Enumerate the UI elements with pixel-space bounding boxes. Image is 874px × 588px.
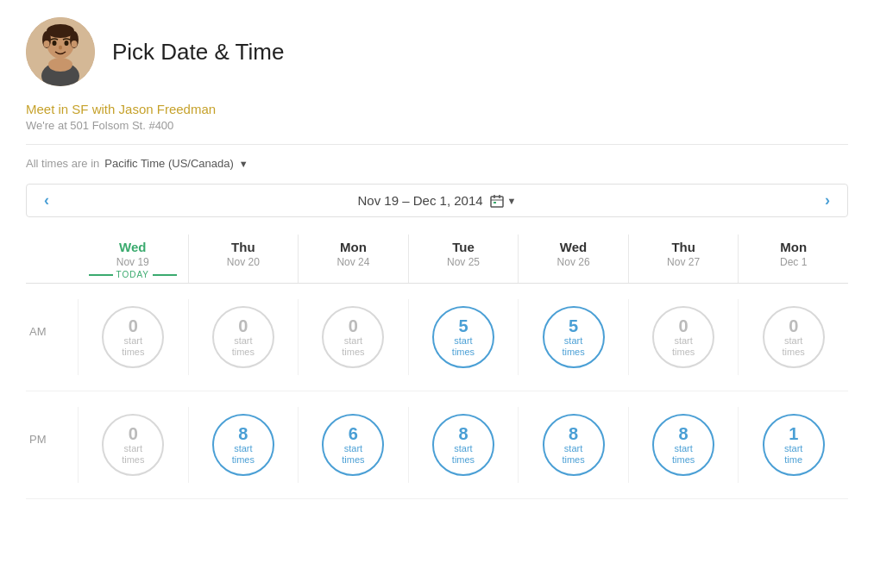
day-date-0: Nov 19 — [78, 256, 188, 268]
day-name-5: Thu — [629, 240, 739, 254]
circle-count: 5 — [569, 316, 578, 335]
time-cell-4: 5start times — [518, 299, 628, 375]
circle-label: start times — [672, 335, 695, 358]
circle-count: 0 — [789, 316, 798, 335]
day-date-2: Nov 24 — [299, 256, 408, 268]
circle-label: start time — [784, 443, 802, 466]
time-cell-6: 1start time — [738, 407, 848, 483]
time-circle-6[interactable]: 0start times — [763, 306, 825, 368]
circle-count: 6 — [349, 424, 358, 443]
calendar-dropdown-arrow: ▼ — [507, 196, 517, 206]
day-date-3: Nov 25 — [409, 256, 519, 268]
circle-count: 5 — [458, 316, 468, 335]
day-headers-row: WedNov 19TODAYThuNov 20MonNov 24TueNov 2… — [26, 235, 848, 284]
time-cell-1: 8start times — [188, 407, 299, 483]
time-cell-4: 8start times — [518, 407, 628, 483]
svg-rect-16 — [494, 202, 496, 203]
day-date-1: Nov 20 — [189, 256, 299, 268]
am-section: AM 0start times0start times0start times5… — [26, 284, 848, 391]
date-range-label: Nov 19 – Dec 1, 2014 — [358, 193, 483, 208]
avatar — [26, 17, 95, 86]
pm-section: PM 0start times8start times6start times8… — [26, 391, 848, 499]
time-cell-6: 0start times — [738, 299, 848, 375]
day-name-3: Tue — [409, 240, 519, 254]
circle-label: start times — [342, 443, 364, 466]
time-circle-4[interactable]: 8start times — [543, 414, 605, 476]
svg-point-11 — [48, 58, 72, 72]
svg-point-2 — [47, 24, 74, 38]
next-week-button[interactable]: › — [816, 188, 839, 213]
svg-point-9 — [59, 46, 62, 50]
circle-label: start times — [562, 335, 584, 358]
circle-label: start times — [342, 335, 364, 358]
circle-count: 8 — [458, 424, 468, 443]
time-circle-3[interactable]: 8start times — [432, 414, 494, 476]
day-header-2: MonNov 24 — [298, 235, 408, 283]
day-name-2: Mon — [299, 240, 408, 254]
circle-label: start times — [232, 335, 255, 358]
circle-count: 0 — [129, 424, 138, 443]
svg-point-6 — [72, 41, 78, 47]
day-header-0: WedNov 19TODAY — [78, 235, 188, 283]
page-header: Pick Date & Time — [26, 17, 848, 86]
circle-label: start times — [122, 335, 144, 358]
time-cell-2: 6start times — [298, 407, 408, 483]
time-circle-0[interactable]: 0start times — [102, 414, 164, 476]
prev-week-button[interactable]: ‹ — [35, 188, 58, 213]
circle-count: 8 — [569, 424, 578, 443]
calendar-grid: WedNov 19TODAYThuNov 20MonNov 24TueNov 2… — [26, 235, 848, 499]
time-circle-3[interactable]: 5start times — [432, 306, 494, 368]
time-circle-2[interactable]: 6start times — [322, 414, 384, 476]
time-circle-4[interactable]: 5start times — [543, 306, 605, 368]
timezone-value: Pacific Time (US/Canada) — [104, 157, 234, 170]
circle-count: 8 — [679, 424, 689, 443]
day-name-6: Mon — [739, 240, 848, 254]
circle-label: start times — [672, 443, 695, 466]
time-circle-0[interactable]: 0start times — [102, 306, 164, 368]
day-header-5: ThuNov 27 — [628, 235, 739, 283]
time-circle-2[interactable]: 0start times — [322, 306, 384, 368]
day-header-3: TueNov 25 — [408, 235, 519, 283]
time-circle-1[interactable]: 8start times — [212, 414, 274, 476]
time-circle-5[interactable]: 8start times — [652, 414, 714, 476]
page-title: Pick Date & Time — [112, 39, 284, 66]
calendar-icon-button[interactable]: ▼ — [490, 194, 517, 208]
circle-count: 0 — [679, 316, 689, 335]
pm-label: PM — [26, 407, 78, 483]
time-cell-0: 0start times — [78, 299, 188, 375]
timezone-dropdown-icon[interactable]: ▼ — [239, 159, 248, 169]
time-cell-5: 0start times — [628, 299, 739, 375]
svg-point-5 — [44, 41, 50, 47]
day-header-1: ThuNov 20 — [188, 235, 299, 283]
meeting-info: Meet in SF with Jason Freedman We're at … — [26, 102, 848, 132]
circle-label: start times — [562, 443, 584, 466]
circle-label: start times — [232, 443, 255, 466]
time-cell-1: 0start times — [188, 299, 299, 375]
circle-label: start times — [452, 335, 475, 358]
time-cell-3: 8start times — [408, 407, 519, 483]
meeting-title: Meet in SF with Jason Freedman — [26, 102, 848, 116]
circle-count: 0 — [349, 316, 358, 335]
time-circle-1[interactable]: 0start times — [212, 306, 274, 368]
date-nav-bar: ‹ Nov 19 – Dec 1, 2014 ▼ › — [26, 184, 848, 217]
day-header-4: WedNov 26 — [518, 235, 628, 283]
circle-count: 1 — [789, 424, 798, 443]
time-cell-2: 0start times — [298, 299, 408, 375]
day-name-1: Thu — [189, 240, 299, 254]
svg-point-8 — [65, 41, 69, 46]
timezone-row: All times are in Pacific Time (US/Canada… — [26, 157, 848, 170]
svg-rect-12 — [491, 197, 503, 207]
circle-count: 8 — [238, 424, 248, 443]
day-name-4: Wed — [519, 240, 628, 254]
calendar-icon — [490, 194, 504, 208]
day-date-5: Nov 27 — [629, 256, 739, 268]
time-cell-5: 8start times — [628, 407, 739, 483]
time-circle-6[interactable]: 1start time — [763, 414, 825, 476]
divider-1 — [26, 144, 848, 145]
today-label: TODAY — [78, 270, 188, 279]
circle-label: start times — [452, 443, 475, 466]
time-cell-0: 0start times — [78, 407, 188, 483]
time-circle-5[interactable]: 0start times — [652, 306, 714, 368]
nav-date-range: Nov 19 – Dec 1, 2014 ▼ — [358, 193, 517, 208]
am-label: AM — [26, 299, 78, 375]
